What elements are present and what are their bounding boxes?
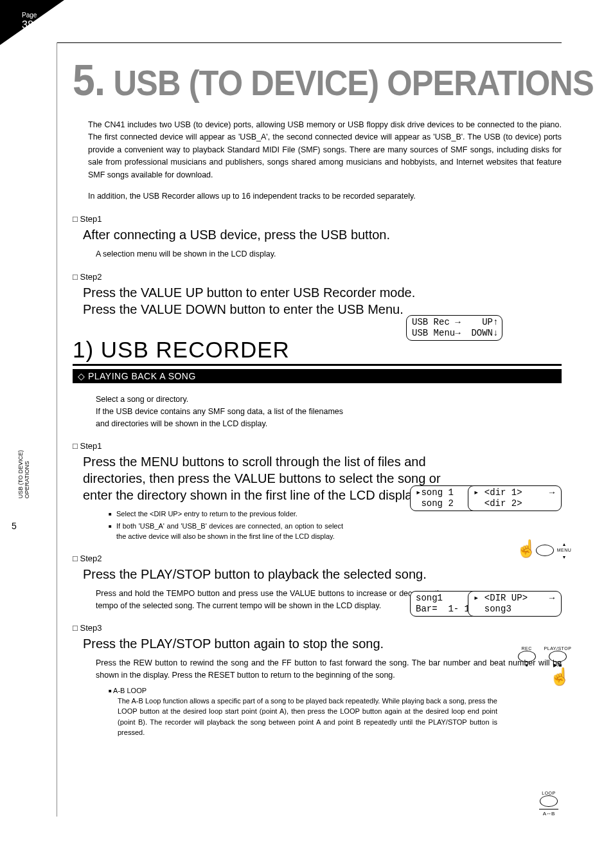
step-label: Step2: [73, 554, 562, 563]
step-label: Step1: [73, 441, 562, 451]
bullet-item: If both 'USB_A' and 'USB_B' devices are …: [109, 521, 343, 542]
step-body: A selection menu will be shown in the LC…: [96, 248, 562, 260]
step-body: Press the REW button to rewind the song …: [96, 657, 562, 682]
triangle-up-icon: [562, 540, 567, 547]
intro-paragraph-1: The CN41 includes two USB (to device) po…: [88, 119, 562, 181]
figure-menu-buttons: MENU: [513, 540, 574, 560]
button-icon: [536, 545, 554, 556]
step-label: Step3: [73, 623, 562, 633]
abloop-title: A-B LOOP: [109, 687, 562, 694]
loop-symbol: A↔B: [539, 809, 558, 817]
step-headline: Press the PLAY/STOP button again to stop…: [83, 635, 562, 652]
header-rule: [57, 42, 562, 43]
hand-icon: [549, 669, 566, 687]
sub-heading: PLAYING BACK A SONG: [73, 369, 562, 383]
hand-icon: [516, 541, 533, 559]
lcd-dir-list: ▸ <dir 1> → <dir 2>: [468, 485, 562, 511]
triangle-down-icon: [562, 553, 567, 560]
rec-dot-icon: ●: [525, 662, 528, 668]
figure-rec-play: REC ● PLAY/STOP ▶/■: [513, 646, 574, 687]
section-heading: 1) USB RECORDER: [73, 337, 562, 366]
step-label: Step2: [73, 272, 562, 282]
play-intro-2: If the USB device contains any SMF song …: [96, 406, 343, 430]
step-headline: Press the PLAY/STOP button to playback t…: [83, 566, 562, 583]
step-headline: Press the VALUE UP button to enter USB R…: [83, 284, 562, 318]
rec-label: REC: [521, 646, 531, 651]
abloop-body: The A-B Loop function allows a specific …: [118, 696, 562, 738]
chapter-number: 5.: [73, 55, 105, 104]
chapter-title-text: USB (TO DEVICE) OPERATIONS: [113, 63, 593, 103]
step-label: Step1: [73, 214, 562, 224]
playstop-label: PLAY/STOP: [544, 646, 572, 651]
loop-label: LOOP: [542, 791, 555, 795]
figure-loop-button: LOOP A↔B: [523, 791, 574, 817]
menu-label: MENU: [557, 548, 572, 552]
step-headline: After connecting a USB device, press the…: [83, 226, 562, 243]
bullet-item: Select the <DIR UP> entry to return to t…: [109, 509, 343, 520]
lcd-dir-up: ▸ <DIR UP> → song3: [468, 591, 562, 617]
button-icon: [549, 651, 567, 662]
page-number: 38: [22, 19, 33, 31]
side-section-title: USB (TO DEVICE)OPERATIONS: [18, 450, 31, 498]
intro-paragraph-2: In addition, the USB Recorder allows up …: [88, 190, 562, 203]
side-chapter-number: 5: [8, 521, 21, 531]
left-rule: [57, 42, 57, 817]
lcd-usb-menu: USB Rec → UP↑ USB Menu→ DOWN↓: [406, 315, 502, 341]
play-intro-1: Select a song or directory.: [96, 393, 343, 406]
button-icon: [540, 795, 558, 807]
button-icon: [518, 651, 536, 662]
page-label: Page: [22, 12, 37, 19]
page-corner: Page 38: [0, 0, 64, 45]
chapter-title: 5. USB (TO DEVICE) OPERATIONS: [73, 55, 522, 105]
